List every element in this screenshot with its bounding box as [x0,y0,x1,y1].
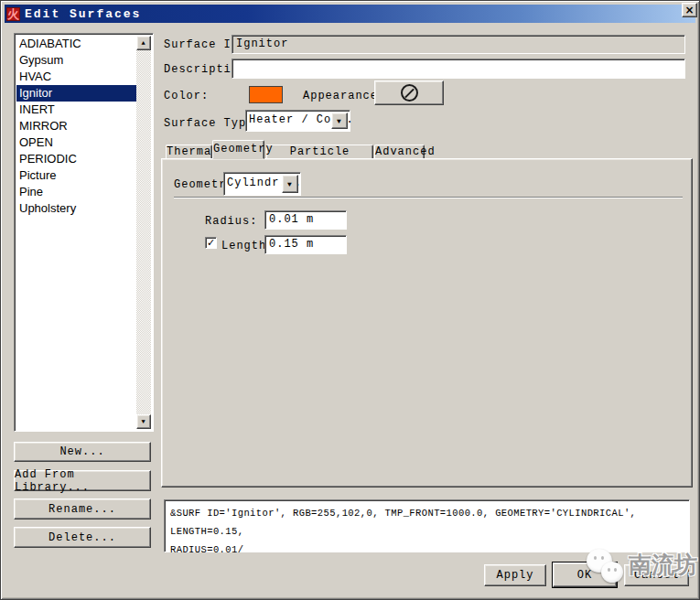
surface-type-combo[interactable]: Heater / Co... ▼ [245,110,350,132]
geometry-combo[interactable]: Cylindr... ▼ [223,172,301,196]
surface-list[interactable]: ADIABATIC Gypsum HVAC Ignitor INERT MIRR… [14,33,154,432]
list-item[interactable]: HVAC [16,69,136,85]
app-fire-icon: 火 [6,7,20,21]
scroll-down-icon[interactable]: ▼ [136,414,151,429]
surface-list-items: ADIABATIC Gypsum HVAC Ignitor INERT MIRR… [16,36,136,429]
separator [174,197,683,198]
list-item[interactable]: INERT [16,102,136,118]
list-item[interactable]: Upholstery [16,200,136,217]
length-checkbox[interactable]: ✓ [205,237,217,249]
list-item[interactable]: OPEN [16,134,136,151]
list-item[interactable]: Picture [16,167,136,184]
scroll-up-icon[interactable]: ▲ [136,36,151,50]
list-item[interactable]: PERIODIC [16,151,136,167]
chevron-down-icon[interactable]: ▼ [282,175,298,193]
rename-button[interactable]: Rename... [14,498,151,520]
color-swatch[interactable] [249,86,283,103]
list-item[interactable]: Gypsum [16,52,136,69]
tab-geometry[interactable]: Geometry [212,140,264,159]
tab-particle-injection[interactable]: Particle Injection [266,145,373,159]
ok-button[interactable]: OK [553,562,617,587]
edit-surfaces-dialog: 火 Edit Surfaces × ADIABATIC Gypsum HVAC … [0,0,700,600]
chevron-down-icon[interactable]: ▼ [331,112,348,129]
apply-button[interactable]: Apply [484,564,546,586]
fds-record-text[interactable]: &SURF ID='Ignitor', RGB=255,102,0, TMP_F… [164,499,690,552]
tab-thermal[interactable]: Thermal [166,145,212,159]
window-title: Edit Surfaces [25,7,141,21]
appearance-button[interactable] [374,80,444,105]
list-item-selected[interactable]: Ignitor [16,85,136,102]
add-from-library-button[interactable]: Add From Library... [14,470,151,491]
list-item[interactable]: MIRROR [16,118,136,134]
list-item[interactable]: ADIABATIC [16,36,136,52]
radius-label: Radius: [205,215,257,228]
tab-advanced[interactable]: Advanced [374,145,425,159]
no-appearance-icon [401,84,418,102]
surface-id-field[interactable]: Ignitor [232,35,685,54]
appearance-label: Appearance: [303,90,385,102]
list-scrollbar[interactable]: ▲ ▼ [136,36,151,429]
length-field[interactable]: 0.15 m [264,235,347,254]
list-item[interactable]: Pine [16,184,136,200]
geometry-tab-panel: Geometry: Cylindr... ▼ Radius: 0.01 m ✓ … [161,158,693,488]
close-icon[interactable]: × [682,3,697,17]
cancel-button[interactable]: Cancel [624,564,689,586]
description-field[interactable] [232,59,685,79]
radius-field[interactable]: 0.01 m [264,210,347,230]
color-label: Color: [164,90,209,102]
title-bar[interactable]: 火 Edit Surfaces [5,5,695,23]
delete-button[interactable]: Delete... [14,527,151,548]
new-button[interactable]: New... [14,442,151,462]
